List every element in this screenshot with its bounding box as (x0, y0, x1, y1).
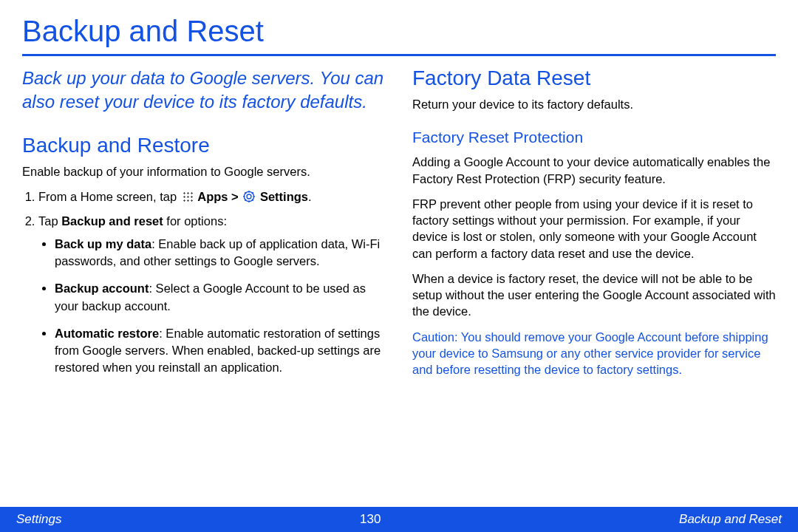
option-3-title: Automatic restore (55, 327, 159, 340)
footer-page-number: 130 (360, 512, 381, 527)
frp-p2: FRP prevent other people from using your… (412, 196, 776, 262)
settings-label: Settings (260, 190, 308, 203)
right-column: Factory Data Reset Return your device to… (412, 66, 776, 386)
frp-heading: Factory Reset Protection (412, 129, 776, 146)
content-columns: Back up your data to Google servers. You… (22, 66, 776, 386)
step-1: From a Home screen, tap Apps > Settings. (38, 188, 386, 205)
factory-reset-heading: Factory Data Reset (412, 66, 776, 90)
apps-label: Apps (197, 190, 228, 203)
step-1-pre: From a Home screen, tap (38, 190, 180, 203)
option-1-title: Back up my data (55, 237, 151, 250)
caution-body: : You should remove your Google Account … (412, 330, 768, 377)
options-list: Back up my data: Enable back up of appli… (38, 236, 386, 376)
step-2-bold: Backup and reset (61, 214, 163, 228)
settings-gear-icon (243, 190, 255, 202)
factory-reset-lead: Return your device to its factory defaul… (412, 96, 776, 112)
page-title: Backup and Reset (22, 15, 776, 48)
caution-label: Caution (412, 330, 454, 344)
option-backup-data: Back up my data: Enable back up of appli… (55, 236, 386, 270)
footer-right: Backup and Reset (679, 512, 782, 527)
option-backup-account: Backup account: Select a Google Account … (55, 280, 386, 314)
apps-grid-icon (182, 191, 193, 202)
option-auto-restore: Automatic restore: Enable automatic rest… (55, 325, 386, 376)
gt-separator: > (228, 190, 242, 203)
title-divider (22, 54, 776, 56)
step-2: Tap Backup and reset for options: Back u… (38, 213, 386, 376)
frp-p1: Adding a Google Account to your device a… (412, 154, 776, 187)
left-column: Back up your data to Google servers. You… (22, 66, 386, 386)
svg-point-1 (247, 194, 251, 199)
caution-note: Caution: You should remove your Google A… (412, 329, 776, 378)
steps-list: From a Home screen, tap Apps > Settings.… (22, 188, 386, 376)
backup-restore-heading: Backup and Restore (22, 134, 386, 157)
step-2-pre: Tap (38, 214, 61, 228)
backup-restore-lead: Enable backup of your information to Goo… (22, 163, 386, 180)
intro-text: Back up your data to Google servers. You… (22, 66, 386, 115)
step-2-post: for options: (163, 214, 227, 228)
option-2-title: Backup account (55, 282, 149, 295)
frp-p3: When a device is factory reset, the devi… (412, 270, 776, 320)
step-1-post: . (308, 190, 312, 203)
footer-left: Settings (16, 512, 61, 527)
page-footer: Settings 130 Backup and Reset (0, 507, 798, 532)
